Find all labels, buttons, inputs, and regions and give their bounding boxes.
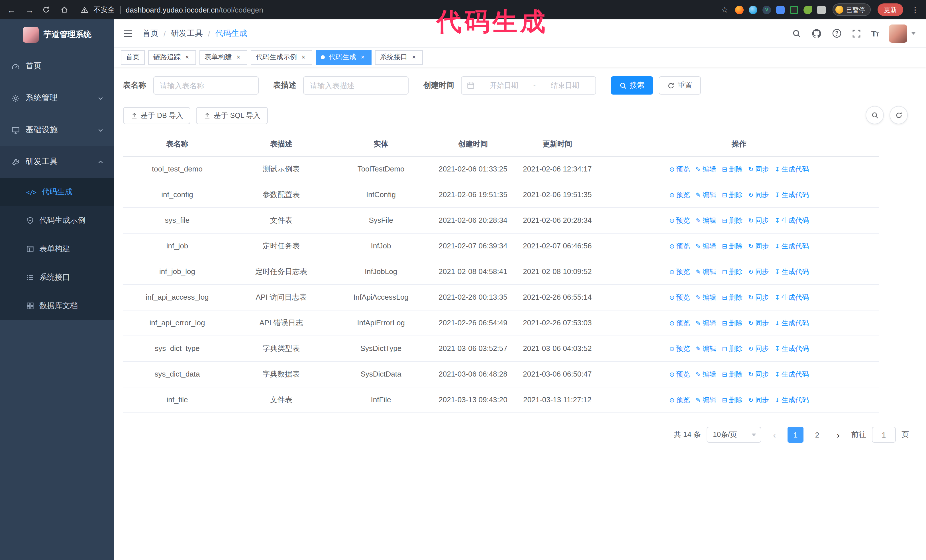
tab-form-builder[interactable]: 表单构建 [200, 50, 247, 65]
op-generate-link[interactable]: ↧生成代码 [775, 266, 809, 278]
op-preview-link[interactable]: ⊙预览 [669, 292, 690, 303]
refresh-button[interactable] [890, 106, 908, 124]
op-sync-link[interactable]: ↻同步 [748, 163, 769, 175]
op-generate-link[interactable]: ↧生成代码 [775, 368, 809, 380]
op-delete-link[interactable]: ⊟删除 [722, 394, 743, 406]
op-sync-link[interactable]: ↻同步 [748, 240, 769, 252]
op-edit-link[interactable]: ✎编辑 [696, 292, 716, 303]
op-generate-link[interactable]: ↧生成代码 [775, 394, 809, 406]
op-generate-link[interactable]: ↧生成代码 [775, 215, 809, 226]
search-icon[interactable] [792, 29, 801, 38]
op-delete-link[interactable]: ⊟删除 [722, 189, 743, 201]
extension-icon[interactable] [790, 5, 798, 14]
sidebar-item-system-api[interactable]: 系统接口 [0, 263, 114, 292]
prev-page-button[interactable]: ‹ [767, 427, 782, 443]
page-size-select[interactable]: 10条/页 [707, 427, 761, 443]
tab-codegen-example[interactable]: 代码生成示例 [251, 50, 312, 65]
op-generate-link[interactable]: ↧生成代码 [775, 240, 809, 252]
tab-codegen[interactable]: 代码生成 [316, 50, 372, 65]
op-sync-link[interactable]: ↻同步 [748, 317, 769, 329]
op-edit-link[interactable]: ✎编辑 [696, 343, 716, 354]
op-sync-link[interactable]: ↻同步 [748, 368, 769, 380]
sidebar-item-form-builder[interactable]: 表单构建 [0, 235, 114, 263]
op-delete-link[interactable]: ⊟删除 [722, 292, 743, 303]
address-bar[interactable]: 不安全 dashboard.yudao.iocoder.cn/tool/code… [81, 5, 263, 15]
op-sync-link[interactable]: ↻同步 [748, 189, 769, 201]
op-preview-link[interactable]: ⊙预览 [669, 394, 690, 406]
op-delete-link[interactable]: ⊟删除 [722, 343, 743, 354]
extension-icon[interactable] [749, 5, 757, 14]
op-edit-link[interactable]: ✎编辑 [696, 266, 716, 278]
sidebar-item-codegen-example[interactable]: 代码生成示例 [0, 206, 114, 235]
op-preview-link[interactable]: ⊙预览 [669, 343, 690, 354]
page-2-button[interactable]: 2 [809, 427, 825, 443]
op-generate-link[interactable]: ↧生成代码 [775, 189, 809, 201]
tab-tracing[interactable]: 链路追踪 [148, 50, 196, 65]
op-edit-link[interactable]: ✎编辑 [696, 240, 716, 252]
op-preview-link[interactable]: ⊙预览 [669, 368, 690, 380]
tab-home[interactable]: 首页 [121, 50, 145, 65]
page-1-button[interactable]: 1 [788, 427, 803, 443]
import-db-button[interactable]: 基于 DB 导入 [123, 107, 191, 124]
op-preview-link[interactable]: ⊙预览 [669, 163, 690, 175]
paused-badge[interactable]: 已暂停 [832, 3, 871, 16]
op-edit-link[interactable]: ✎编辑 [696, 394, 716, 406]
help-icon[interactable] [832, 29, 841, 38]
breadcrumb-devtools[interactable]: 研发工具 [171, 28, 203, 38]
sidebar-item-infra[interactable]: 基础设施 [0, 114, 114, 146]
op-preview-link[interactable]: ⊙预览 [669, 317, 690, 329]
op-edit-link[interactable]: ✎编辑 [696, 368, 716, 380]
op-preview-link[interactable]: ⊙预览 [669, 240, 690, 252]
app-logo[interactable]: 芋道管理系统 [0, 20, 114, 50]
op-sync-link[interactable]: ↻同步 [748, 343, 769, 354]
tab-close-icon[interactable] [300, 54, 307, 61]
op-delete-link[interactable]: ⊟删除 [722, 317, 743, 329]
sidebar-item-db-docs[interactable]: 数据库文档 [0, 292, 114, 320]
update-button[interactable]: 更新 [878, 3, 903, 16]
op-edit-link[interactable]: ✎编辑 [696, 189, 716, 201]
sidebar-item-codegen[interactable]: </> 代码生成 [0, 178, 114, 206]
date-range-picker[interactable]: 开始日期 - 结束日期 [461, 76, 596, 95]
extension-icon[interactable] [776, 5, 785, 14]
user-menu[interactable] [889, 24, 916, 42]
hamburger-icon[interactable] [114, 28, 142, 38]
op-preview-link[interactable]: ⊙预览 [669, 266, 690, 278]
bookmark-star-icon[interactable]: ☆ [721, 5, 728, 14]
import-sql-button[interactable]: 基于 SQL 导入 [196, 107, 268, 124]
toggle-search-button[interactable] [865, 106, 884, 124]
op-delete-link[interactable]: ⊟删除 [722, 368, 743, 380]
puzzle-extensions-icon[interactable] [817, 5, 826, 14]
vue-devtools-icon[interactable]: V [763, 5, 771, 14]
op-delete-link[interactable]: ⊟删除 [722, 215, 743, 226]
op-sync-link[interactable]: ↻同步 [748, 394, 769, 406]
tab-close-icon[interactable] [235, 54, 242, 61]
browser-menu-icon[interactable]: ⋮ [910, 5, 920, 14]
op-preview-link[interactable]: ⊙预览 [669, 189, 690, 201]
forward-icon[interactable]: → [24, 5, 35, 15]
op-sync-link[interactable]: ↻同步 [748, 215, 769, 226]
op-sync-link[interactable]: ↻同步 [748, 292, 769, 303]
op-delete-link[interactable]: ⊟删除 [722, 240, 743, 252]
goto-page-input[interactable] [872, 427, 896, 443]
extension-icon[interactable] [803, 5, 812, 14]
extension-icon[interactable] [735, 5, 744, 14]
sidebar-item-home[interactable]: 首页 [0, 50, 114, 82]
reload-icon[interactable] [42, 6, 54, 14]
op-delete-link[interactable]: ⊟删除 [722, 163, 743, 175]
op-edit-link[interactable]: ✎编辑 [696, 215, 716, 226]
tab-close-icon[interactable] [410, 54, 418, 61]
op-sync-link[interactable]: ↻同步 [748, 266, 769, 278]
op-edit-link[interactable]: ✎编辑 [696, 317, 716, 329]
table-name-input[interactable] [153, 76, 259, 95]
reset-button[interactable]: 重置 [659, 76, 701, 95]
search-button[interactable]: 搜索 [611, 76, 653, 95]
tab-system-api[interactable]: 系统接口 [375, 50, 423, 65]
breadcrumb-home[interactable]: 首页 [142, 28, 159, 38]
op-edit-link[interactable]: ✎编辑 [696, 163, 716, 175]
op-delete-link[interactable]: ⊟删除 [722, 266, 743, 278]
op-preview-link[interactable]: ⊙预览 [669, 215, 690, 226]
op-generate-link[interactable]: ↧生成代码 [775, 292, 809, 303]
table-desc-input[interactable] [303, 76, 409, 95]
github-icon[interactable] [811, 28, 822, 38]
op-generate-link[interactable]: ↧生成代码 [775, 343, 809, 354]
